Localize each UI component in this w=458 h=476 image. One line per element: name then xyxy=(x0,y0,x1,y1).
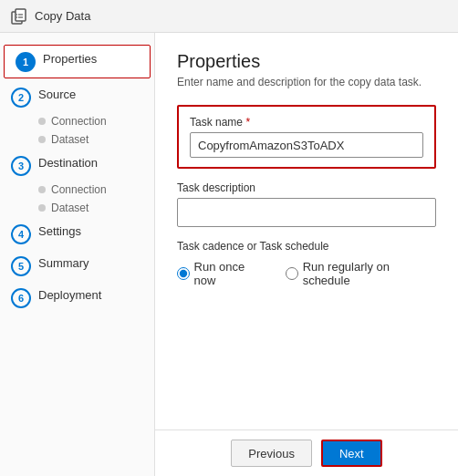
required-marker: * xyxy=(245,116,250,129)
svg-point-5 xyxy=(16,16,17,17)
task-name-group: Task name * xyxy=(177,105,436,169)
sidebar-item-deployment[interactable]: 6 Deployment xyxy=(0,282,154,314)
copy-data-icon xyxy=(11,8,27,25)
sidebar-item-source[interactable]: 2 Source xyxy=(0,81,154,113)
destination-dataset: Dataset xyxy=(38,200,154,216)
top-bar: Copy Data xyxy=(0,0,458,33)
destination-connection: Connection xyxy=(38,181,154,198)
radio-once-label[interactable]: Run once now xyxy=(177,260,267,287)
task-name-label: Task name * xyxy=(190,116,423,129)
task-description-group: Task description xyxy=(177,181,436,227)
task-description-label: Task description xyxy=(177,181,436,194)
radio-group: Run once now Run regularly on schedule xyxy=(177,260,436,287)
step-circle-1: 1 xyxy=(16,52,36,72)
source-dataset-dot xyxy=(38,136,46,143)
radio-once-text: Run once now xyxy=(194,260,268,287)
footer-bar: Previous Next xyxy=(155,429,458,476)
sidebar: 1 Properties 2 Source Connection Dataset xyxy=(0,33,155,476)
task-description-input[interactable] xyxy=(177,198,436,227)
step-circle-5: 5 xyxy=(11,256,31,276)
source-dataset: Dataset xyxy=(38,131,154,148)
step-circle-2: 2 xyxy=(11,88,31,108)
radio-schedule-label[interactable]: Run regularly on schedule xyxy=(286,260,436,287)
destination-dataset-dot xyxy=(38,204,46,212)
sidebar-label-source: Source xyxy=(38,87,76,103)
app-title: Copy Data xyxy=(35,9,90,23)
svg-point-4 xyxy=(16,14,17,15)
step-circle-3: 3 xyxy=(11,156,31,176)
cadence-label: Task cadence or Task schedule xyxy=(177,240,436,253)
next-button[interactable]: Next xyxy=(321,440,382,467)
task-name-input[interactable] xyxy=(190,132,423,158)
sidebar-label-properties: Properties xyxy=(43,51,97,67)
sidebar-label-summary: Summary xyxy=(38,255,89,272)
sidebar-label-settings: Settings xyxy=(38,223,81,240)
step-circle-4: 4 xyxy=(11,224,31,244)
sidebar-item-properties[interactable]: 1 Properties xyxy=(4,45,151,78)
source-connection: Connection xyxy=(38,113,154,129)
properties-panel: Properties Enter name and description fo… xyxy=(155,33,458,429)
radio-schedule-text: Run regularly on schedule xyxy=(303,260,436,287)
radio-schedule-input[interactable] xyxy=(286,267,298,280)
sidebar-item-destination[interactable]: 3 Destination xyxy=(0,150,154,181)
sidebar-label-deployment: Deployment xyxy=(38,287,101,304)
panel-title: Properties xyxy=(177,51,436,72)
cadence-group: Task cadence or Task schedule Run once n… xyxy=(177,240,436,287)
sidebar-item-settings[interactable]: 4 Settings xyxy=(0,218,154,250)
destination-subitems: Connection Dataset xyxy=(0,181,154,216)
source-connection-dot xyxy=(38,118,46,125)
source-subitems: Connection Dataset xyxy=(0,113,154,148)
previous-button[interactable]: Previous xyxy=(231,440,312,467)
step-circle-6: 6 xyxy=(11,288,31,308)
destination-connection-dot xyxy=(38,186,46,193)
main-content: 1 Properties 2 Source Connection Dataset xyxy=(0,33,458,476)
sidebar-label-destination: Destination xyxy=(38,155,98,171)
panel-subtitle: Enter name and description for the copy … xyxy=(177,76,436,88)
sidebar-item-summary[interactable]: 5 Summary xyxy=(0,250,154,282)
radio-once-input[interactable] xyxy=(177,267,190,280)
